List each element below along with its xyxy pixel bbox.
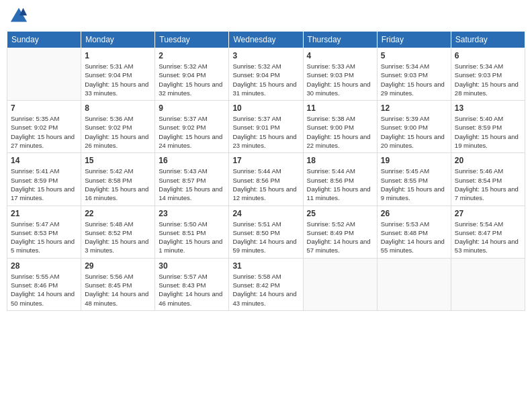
day-number: 15: [85, 156, 151, 165]
calendar-cell: 31 Sunrise: 5:58 AM Sunset: 8:42 PM Dayl…: [229, 258, 303, 310]
day-info: Sunrise: 5:53 AM Sunset: 8:48 PM Dayligh…: [381, 220, 447, 255]
logo: [9, 7, 31, 26]
sunset-text: Sunset: 8:56 PM: [232, 177, 279, 184]
calendar-cell: 28 Sunrise: 5:55 AM Sunset: 8:46 PM Dayl…: [7, 258, 81, 310]
sunrise-text: Sunrise: 5:44 AM: [307, 167, 355, 175]
calendar-cell: 13 Sunrise: 5:40 AM Sunset: 8:59 PM Dayl…: [451, 101, 525, 153]
day-info: Sunrise: 5:51 AM Sunset: 8:50 PM Dayligh…: [232, 220, 299, 255]
day-number: 12: [381, 103, 447, 113]
day-info: Sunrise: 5:36 AM Sunset: 9:02 PM Dayligh…: [85, 114, 151, 150]
sunset-text: Sunset: 9:02 PM: [159, 124, 206, 131]
day-number: 8: [85, 103, 151, 113]
weekday-header-friday: Friday: [377, 32, 451, 48]
calendar-cell: 22 Sunrise: 5:48 AM Sunset: 8:52 PM Dayl…: [81, 205, 155, 258]
day-info: Sunrise: 5:38 AM Sunset: 9:00 PM Dayligh…: [307, 114, 373, 150]
sunset-text: Sunset: 9:02 PM: [11, 124, 58, 131]
day-number: 16: [159, 156, 225, 165]
day-number: 25: [307, 209, 373, 218]
calendar-cell: 1 Sunrise: 5:31 AM Sunset: 9:04 PM Dayli…: [81, 48, 155, 101]
daylight-text: Daylight: 15 hours and 7 minutes.: [455, 185, 519, 201]
day-info: Sunrise: 5:41 AM Sunset: 8:59 PM Dayligh…: [11, 167, 77, 202]
day-info: Sunrise: 5:39 AM Sunset: 9:00 PM Dayligh…: [381, 114, 447, 150]
daylight-text: Daylight: 15 hours and 28 minutes.: [455, 81, 519, 97]
day-number: 10: [232, 103, 299, 113]
sunrise-text: Sunrise: 5:45 AM: [381, 167, 429, 175]
day-number: 27: [455, 209, 521, 218]
daylight-text: Daylight: 15 hours and 33 minutes.: [85, 81, 148, 97]
daylight-text: Daylight: 14 hours and 43 minutes.: [232, 290, 296, 306]
calendar-week-1: 7 Sunrise: 5:35 AM Sunset: 9:02 PM Dayli…: [7, 101, 525, 153]
calendar-week-4: 28 Sunrise: 5:55 AM Sunset: 8:46 PM Dayl…: [7, 258, 525, 310]
daylight-text: Daylight: 15 hours and 14 minutes.: [159, 185, 222, 201]
calendar-cell: 24 Sunrise: 5:51 AM Sunset: 8:50 PM Dayl…: [229, 205, 303, 258]
day-number: 30: [159, 261, 225, 271]
sunset-text: Sunset: 8:46 PM: [11, 281, 58, 289]
calendar-cell: 23 Sunrise: 5:50 AM Sunset: 8:51 PM Dayl…: [155, 205, 229, 258]
daylight-text: Daylight: 15 hours and 27 minutes.: [11, 133, 75, 149]
daylight-text: Daylight: 15 hours and 16 minutes.: [85, 185, 148, 201]
calendar-cell: 30 Sunrise: 5:57 AM Sunset: 8:43 PM Dayl…: [155, 258, 229, 310]
calendar-week-3: 21 Sunrise: 5:47 AM Sunset: 8:53 PM Dayl…: [7, 205, 525, 258]
day-info: Sunrise: 5:44 AM Sunset: 8:56 PM Dayligh…: [307, 167, 373, 202]
calendar-cell: 6 Sunrise: 5:34 AM Sunset: 9:03 PM Dayli…: [451, 48, 525, 101]
daylight-text: Daylight: 15 hours and 26 minutes.: [85, 133, 148, 149]
sunrise-text: Sunrise: 5:43 AM: [159, 167, 207, 175]
sunset-text: Sunset: 9:04 PM: [159, 71, 206, 79]
sunrise-text: Sunrise: 5:35 AM: [11, 115, 59, 122]
day-number: 20: [455, 156, 521, 165]
day-number: 14: [11, 156, 77, 165]
day-info: Sunrise: 5:37 AM Sunset: 9:01 PM Dayligh…: [232, 114, 299, 150]
sunset-text: Sunset: 9:00 PM: [307, 124, 354, 131]
daylight-text: Daylight: 15 hours and 23 minutes.: [232, 133, 296, 149]
page-header: [7, 7, 525, 26]
daylight-text: Daylight: 15 hours and 1 minute.: [159, 238, 222, 254]
sunset-text: Sunset: 8:47 PM: [455, 229, 502, 236]
calendar-cell: 14 Sunrise: 5:41 AM Sunset: 8:59 PM Dayl…: [7, 153, 81, 205]
calendar-cell: 18 Sunrise: 5:44 AM Sunset: 8:56 PM Dayl…: [303, 153, 377, 205]
daylight-text: Daylight: 15 hours and 3 minutes.: [85, 238, 148, 254]
sunrise-text: Sunrise: 5:41 AM: [11, 167, 59, 175]
daylight-text: Daylight: 15 hours and 24 minutes.: [159, 133, 222, 149]
day-number: 18: [307, 156, 373, 165]
sunset-text: Sunset: 8:43 PM: [159, 281, 206, 289]
calendar-week-0: 1 Sunrise: 5:31 AM Sunset: 9:04 PM Dayli…: [7, 48, 525, 101]
day-info: Sunrise: 5:43 AM Sunset: 8:57 PM Dayligh…: [159, 167, 225, 202]
sunset-text: Sunset: 8:51 PM: [159, 229, 206, 236]
day-info: Sunrise: 5:40 AM Sunset: 8:59 PM Dayligh…: [455, 114, 521, 150]
calendar-cell: [377, 258, 451, 310]
sunset-text: Sunset: 8:57 PM: [159, 177, 206, 184]
sunrise-text: Sunrise: 5:48 AM: [85, 220, 133, 228]
sunset-text: Sunset: 9:00 PM: [381, 124, 428, 131]
sunset-text: Sunset: 8:59 PM: [455, 124, 502, 131]
sunrise-text: Sunrise: 5:33 AM: [307, 62, 355, 70]
sunrise-text: Sunrise: 5:34 AM: [381, 62, 429, 70]
day-number: 31: [232, 261, 299, 271]
calendar-cell: 4 Sunrise: 5:33 AM Sunset: 9:03 PM Dayli…: [303, 48, 377, 101]
sunset-text: Sunset: 9:04 PM: [232, 71, 279, 79]
sunrise-text: Sunrise: 5:40 AM: [455, 115, 503, 122]
sunrise-text: Sunrise: 5:53 AM: [381, 220, 429, 228]
day-number: 19: [381, 156, 447, 165]
weekday-header-saturday: Saturday: [451, 32, 525, 48]
sunrise-text: Sunrise: 5:56 AM: [85, 273, 133, 280]
sunset-text: Sunset: 8:52 PM: [85, 229, 132, 236]
day-number: 4: [307, 51, 373, 60]
weekday-header-tuesday: Tuesday: [155, 32, 229, 48]
day-number: 22: [85, 209, 151, 218]
day-number: 7: [11, 103, 77, 113]
sunrise-text: Sunrise: 5:55 AM: [11, 273, 59, 280]
day-info: Sunrise: 5:54 AM Sunset: 8:47 PM Dayligh…: [455, 220, 521, 255]
calendar-cell: 17 Sunrise: 5:44 AM Sunset: 8:56 PM Dayl…: [229, 153, 303, 205]
logo-icon: [9, 7, 28, 26]
sunset-text: Sunset: 9:01 PM: [232, 124, 279, 131]
day-number: 6: [455, 51, 521, 60]
sunrise-text: Sunrise: 5:51 AM: [232, 220, 281, 228]
day-info: Sunrise: 5:56 AM Sunset: 8:45 PM Dayligh…: [85, 272, 151, 308]
sunrise-text: Sunrise: 5:32 AM: [232, 62, 281, 70]
sunrise-text: Sunrise: 5:52 AM: [307, 220, 355, 228]
daylight-text: Daylight: 14 hours and 57 minutes.: [307, 238, 371, 254]
daylight-text: Daylight: 15 hours and 9 minutes.: [381, 185, 445, 201]
sunset-text: Sunset: 8:55 PM: [381, 177, 428, 184]
sunset-text: Sunset: 8:49 PM: [307, 229, 354, 236]
day-info: Sunrise: 5:44 AM Sunset: 8:56 PM Dayligh…: [232, 167, 299, 202]
